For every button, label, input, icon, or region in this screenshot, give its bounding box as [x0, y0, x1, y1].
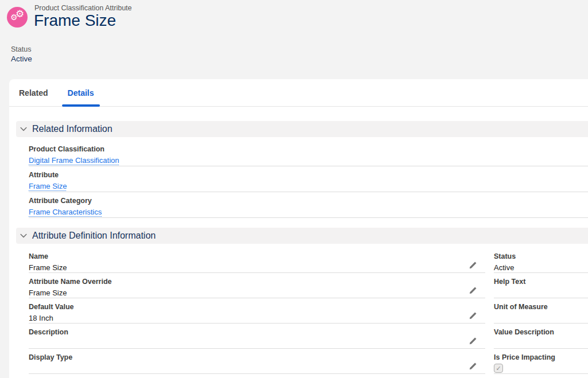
section-title: Related Information [32, 124, 113, 134]
field-attribute-name-override: Attribute Name Override Frame Size [29, 273, 485, 298]
field-value [494, 288, 588, 298]
big-gear-icon: ⚙ [16, 9, 24, 19]
field-value [494, 338, 588, 349]
header-status-value: Active [11, 54, 32, 63]
related-information-section-header[interactable]: Related Information [16, 121, 588, 137]
left-column: Name Frame Size Attribute Name Override … [29, 248, 485, 374]
page-title: Frame Size [34, 11, 116, 30]
header-status-label: Status [11, 45, 31, 53]
field-label: Help Text [494, 278, 588, 286]
is-price-impacting-checkbox[interactable]: ✓ [494, 364, 503, 373]
related-information-fields: Product Classification Digital Frame Cla… [29, 141, 588, 218]
field-value [29, 338, 485, 349]
attribute-link[interactable]: Frame Size [29, 182, 67, 190]
field-value-description: Value Description [494, 324, 588, 349]
field-label: Name [29, 252, 485, 261]
attribute-definition-section-header[interactable]: Attribute Definition Information [16, 228, 588, 244]
field-status: Status Active [494, 248, 588, 273]
field-value: Frame Size [29, 263, 485, 273]
field-value: 18 Inch [29, 313, 485, 324]
field-label: Default Value [29, 303, 485, 311]
record-gears-icon: ⚙ ⚙ [7, 7, 28, 28]
field-value: Active [494, 263, 588, 273]
product-classification-link[interactable]: Digital Frame Classification [29, 156, 119, 165]
field-label: Attribute [29, 171, 588, 180]
field-value: Frame Size [29, 288, 485, 298]
field-label: Status [494, 252, 588, 261]
field-label: Unit of Measure [494, 303, 588, 311]
field-label: Value Description [494, 328, 588, 337]
record-detail-card: Related Details Related Information Prod… [9, 79, 588, 378]
field-label: Attribute Category [29, 197, 588, 205]
field-name: Name Frame Size [29, 248, 485, 273]
edit-description-pencil-icon[interactable] [469, 337, 477, 345]
field-label: Product Classification [29, 145, 588, 154]
section-title: Attribute Definition Information [32, 231, 156, 241]
entity-label: Product Classification Attribute [34, 4, 132, 12]
chevron-down-icon [20, 125, 28, 133]
field-is-price-impacting: Is Price Impacting ✓ [494, 349, 588, 374]
edit-display-type-pencil-icon[interactable] [469, 362, 477, 371]
attribute-category-link[interactable]: Frame Characteristics [29, 208, 102, 216]
field-value [29, 364, 485, 374]
field-label: Attribute Name Override [29, 278, 485, 286]
field-label: Display Type [29, 353, 485, 362]
field-description: Description [29, 324, 485, 349]
chevron-down-icon [20, 232, 28, 240]
attribute-definition-fields: Name Frame Size Attribute Name Override … [29, 248, 588, 374]
field-default-value: Default Value 18 Inch [29, 298, 485, 324]
field-attribute: Attribute Frame Size [29, 166, 588, 192]
edit-attribute-name-override-pencil-icon[interactable] [469, 286, 477, 295]
field-unit-of-measure: Unit of Measure [494, 298, 588, 324]
tab-bar: Related Details [9, 79, 588, 107]
field-label: Description [29, 328, 485, 337]
tab-details[interactable]: Details [62, 79, 100, 106]
edit-name-pencil-icon[interactable] [469, 261, 477, 270]
field-help-text: Help Text [494, 273, 588, 298]
tab-related[interactable]: Related [13, 79, 54, 106]
field-attribute-category: Attribute Category Frame Characteristics [29, 192, 588, 218]
page: ⚙ ⚙ Product Classification Attribute Fra… [0, 0, 588, 378]
field-label: Is Price Impacting [494, 353, 588, 362]
right-column: Status Active Help Text Unit of Measure … [494, 248, 588, 374]
field-display-type: Display Type [29, 349, 485, 374]
field-product-classification: Product Classification Digital Frame Cla… [29, 141, 588, 166]
edit-default-value-pencil-icon[interactable] [469, 311, 477, 320]
field-value [494, 313, 588, 324]
